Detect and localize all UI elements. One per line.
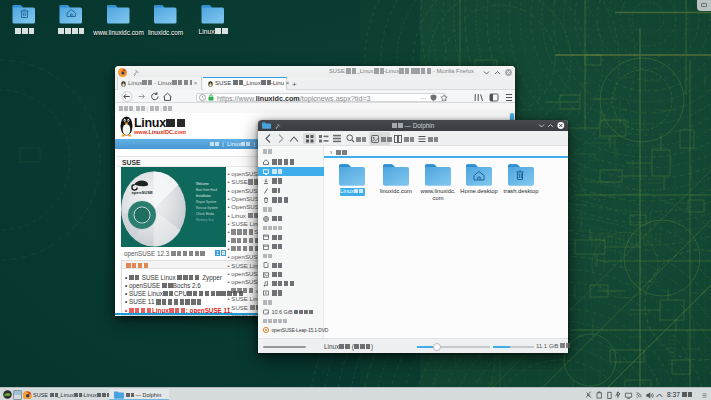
svg-text:Rescue System: Rescue System [196, 206, 218, 210]
svg-text:Installation: Installation [196, 194, 211, 198]
svg-text:Welcome: Welcome [196, 182, 209, 186]
svg-text:Repair System: Repair System [196, 200, 217, 204]
svg-text:Boot from Hard: Boot from Hard [196, 188, 217, 192]
svg-text:openSUSE: openSUSE [132, 190, 154, 195]
svg-text:Memory Test: Memory Test [196, 218, 214, 222]
svg-text:Check Media: Check Media [196, 212, 214, 216]
